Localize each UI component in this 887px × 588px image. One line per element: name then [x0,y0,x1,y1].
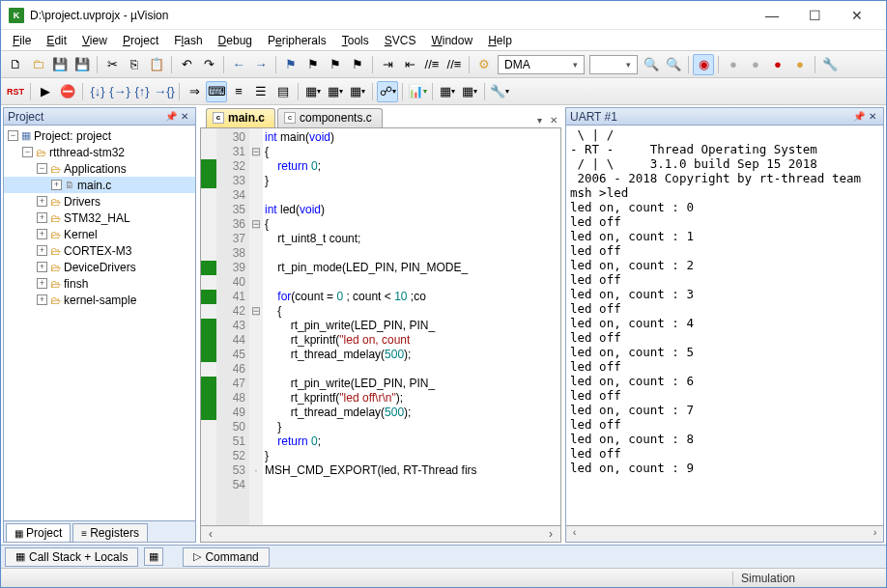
cut-button[interactable]: ✂ [101,54,123,75]
bookmark-next-button[interactable]: ⚑ [325,54,346,75]
tree-node[interactable]: +🗁Drivers [4,193,195,210]
run-button[interactable]: ▶ [35,81,56,102]
registers-button[interactable]: ▤ [272,81,294,102]
reset-button[interactable]: RST [5,81,26,102]
serial-button[interactable]: ☍▾ [377,81,398,102]
tree-node[interactable]: +🗎main.c [4,177,195,193]
menu-tools[interactable]: Tools [334,32,377,49]
uart-output[interactable]: \ | / - RT - Thread Operating System / |… [566,126,883,525]
find-button[interactable]: ⚙ [473,54,495,75]
close-panel-icon[interactable]: ✕ [178,110,191,124]
tree-node[interactable]: +🗁DeviceDrivers [4,259,195,275]
statusbar: Simulation [1,568,886,587]
tab-project[interactable]: ▦Project [6,523,71,542]
run-to-cursor-button[interactable]: →{} [154,81,175,102]
bookmark-clear-button[interactable]: ⚑ [347,54,368,75]
menu-flash[interactable]: Flash [166,32,210,49]
menu-project[interactable]: Project [115,32,166,49]
analysis-button[interactable]: 📊▾ [407,81,428,102]
bottom-panel-tabs: ▦Call Stack + Locals ▦ ▷Command [1,545,886,568]
indent-button[interactable]: ⇥ [377,54,398,75]
pin-icon[interactable]: 📌 [852,110,866,124]
project-panel-tabs: ▦Project ≡Registers [4,520,195,542]
command-window-button[interactable]: ⌨ [206,81,227,102]
paste-button[interactable]: 📋 [146,54,167,75]
breakpoint3-button[interactable]: ● [767,54,788,75]
find-combo-2[interactable]: ▾ [589,55,638,74]
scroll-left-icon: ‹ [205,527,216,541]
undo-button[interactable]: ↶ [176,54,197,75]
memory-button[interactable]: ▦▾ [347,81,368,102]
uncomment-button[interactable]: //≡ [444,54,465,75]
toolbox-button[interactable]: 🔧▾ [489,81,510,102]
tree-node[interactable]: +🗁finsh [4,275,195,292]
pin-icon[interactable]: 📌 [164,110,178,124]
comment-button[interactable]: //≡ [421,54,443,75]
tab-dropdown-icon[interactable]: ▾ [533,113,546,127]
editor-tab-main-c[interactable]: cmain.c [206,108,275,127]
tab-callstack[interactable]: ▦Call Stack + Locals [5,547,138,567]
nav-back-button[interactable]: ← [228,54,249,75]
close-button[interactable]: ✕ [836,1,878,30]
uart-panel: UART #1 📌 ✕ \ | / - RT - Thread Operatin… [565,107,884,543]
trace-button[interactable]: ▦▾ [437,81,458,102]
menu-help[interactable]: Help [480,32,520,49]
menu-debug[interactable]: Debug [211,32,260,49]
step-in-button[interactable]: {↓} [87,81,108,102]
tree-node[interactable]: +🗁kernel-sample [4,292,195,308]
menu-view[interactable]: View [74,32,115,49]
system-button[interactable]: ▦▾ [459,81,480,102]
stop-button[interactable]: ⛔ [57,81,78,102]
save-button[interactable]: 💾 [49,54,71,75]
config-button[interactable]: 🔧 [819,54,841,75]
find-in-files-button[interactable]: 🔍 [641,54,662,75]
tab-command[interactable]: ▷Command [183,547,269,567]
menu-svcs[interactable]: SVCS [377,32,424,49]
open-file-button[interactable]: 🗀 [27,54,48,75]
tab-registers[interactable]: ≡Registers [72,523,148,542]
copy-button[interactable]: ⎘ [124,54,145,75]
menu-file[interactable]: File [5,32,39,49]
watch-button[interactable]: ▦▾ [325,81,346,102]
close-panel-icon[interactable]: ✕ [866,110,879,124]
outdent-button[interactable]: ⇤ [399,54,420,75]
menu-edit[interactable]: Edit [39,32,74,49]
debug-button[interactable]: ◉ [693,54,714,75]
callstack-button[interactable]: ▦▾ [302,81,324,102]
tab-close-icon[interactable]: ✕ [546,113,561,127]
breakpoint2-button[interactable]: ● [745,54,766,75]
bookmark-prev-button[interactable]: ⚑ [302,54,324,75]
code-editor[interactable]: 3031323334353637383940414243444546474849… [200,128,561,526]
step-over-button[interactable]: {→} [109,81,130,102]
uart-hscrollbar[interactable]: ‹› [566,525,883,542]
editor-hscrollbar[interactable]: ‹ › [200,526,561,543]
tree-node[interactable]: −🗁rtthread-stm32 [4,144,195,160]
scroll-right-icon: › [545,527,557,541]
new-file-button[interactable]: 🗋 [5,54,26,75]
project-tree[interactable]: −▦Project: project−🗁rtthread-stm32−🗁Appl… [4,126,195,520]
maximize-button[interactable]: ☐ [793,1,836,30]
minimize-button[interactable]: — [751,1,793,30]
redo-button[interactable]: ↷ [198,54,219,75]
breakpoint1-button[interactable]: ● [723,54,744,75]
menu-window[interactable]: Window [423,32,480,49]
tree-node[interactable]: −▦Project: project [4,127,195,144]
bookmark-button[interactable]: ⚑ [280,54,301,75]
breakpoint4-button[interactable]: ● [789,54,811,75]
tab-memory[interactable]: ▦ [144,547,163,566]
save-all-button[interactable]: 💾 [72,54,93,75]
editor-tab-components-c[interactable]: ccomponents.c [277,108,383,127]
incremental-find-button[interactable]: 🔍 [663,54,684,75]
toolbar-standard: 🗋 🗀 💾 💾 ✂ ⎘ 📋 ↶ ↷ ← → ⚑ ⚑ ⚑ ⚑ ⇥ ⇤ //≡ //… [1,51,886,78]
tree-node[interactable]: +🗁Kernel [4,226,195,242]
tree-node[interactable]: +🗁STM32_HAL [4,210,195,226]
menu-peripherals[interactable]: Peripherals [260,32,334,49]
step-out-button[interactable]: {↑} [131,81,153,102]
symbols-button[interactable]: ☰ [250,81,272,102]
find-combo[interactable]: DMA▾ [498,55,585,74]
show-next-button[interactable]: ⇒ [184,81,205,102]
disasm-button[interactable]: ≡ [228,81,249,102]
nav-fwd-button[interactable]: → [250,54,272,75]
tree-node[interactable]: +🗁CORTEX-M3 [4,242,195,259]
tree-node[interactable]: −🗁Applications [4,160,195,177]
